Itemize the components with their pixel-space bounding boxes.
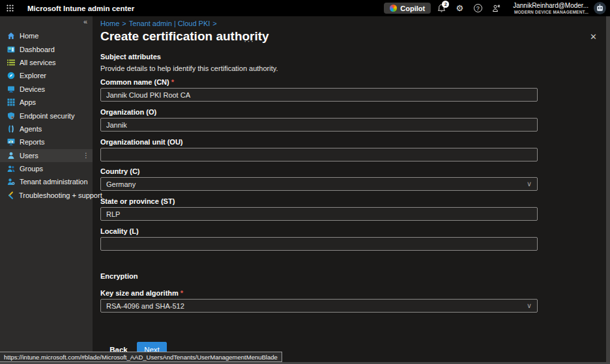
copilot-label: Copilot (400, 5, 425, 12)
breadcrumb-separator: > (212, 20, 216, 27)
required-marker: * (171, 78, 174, 86)
all-services-icon (7, 58, 15, 66)
help-button[interactable]: ? (470, 0, 486, 16)
chevron-down-icon: ∨ (527, 301, 532, 310)
account-name: JannikReinhard@Moder... (513, 2, 588, 10)
sidebar-item-label: Apps (20, 98, 36, 106)
feedback-button[interactable] (488, 0, 504, 16)
agents-icon (7, 124, 15, 133)
sidebar-item-label: Agents (20, 125, 42, 133)
sidebar-item-troubleshooting[interactable]: Troubleshooting + support (0, 189, 93, 202)
locality-label: Locality (L) (100, 227, 139, 235)
country-value: Germany (106, 180, 136, 188)
dashboard-icon (7, 45, 15, 53)
endpoint-security-icon (7, 111, 15, 120)
section-heading-encryption: Encryption (100, 272, 138, 280)
gear-icon: ⚙ (456, 4, 463, 12)
sidebar-item-label: Endpoint security (20, 112, 74, 120)
sidebar-item-label: Groups (20, 165, 43, 173)
tenant-administration-icon (7, 178, 15, 186)
organization-input[interactable] (100, 118, 538, 132)
copilot-button[interactable]: Copilot (384, 3, 431, 14)
org-unit-label: Organizational unit (OU) (100, 138, 183, 146)
groups-icon (7, 165, 15, 173)
common-name-input[interactable] (100, 88, 538, 102)
country-select[interactable]: Germany ∨ (100, 177, 538, 191)
sidebar-item-all-services[interactable]: All services (0, 56, 93, 69)
key-size-value: RSA-4096 and SHA-512 (106, 302, 184, 310)
sidebar-item-home[interactable]: Home (0, 29, 93, 42)
scrollbar-thumb[interactable] (606, 16, 610, 362)
close-icon[interactable]: ✕ (590, 32, 597, 42)
sidebar-item-tenant-administration[interactable]: Tenant administration (0, 175, 93, 188)
sidebar-item-label: Dashboard (20, 46, 55, 53)
notification-badge: 2 (442, 1, 449, 8)
locality-input[interactable] (100, 237, 538, 251)
users-icon (7, 151, 15, 160)
sidebar-item-label: Home (20, 32, 38, 40)
key-size-label: Key size and algorithm* (100, 289, 183, 297)
account-menu[interactable]: JannikReinhard@Moder... MODERN DEVICE MA… (513, 2, 588, 14)
main-content: Home>Tenant admin | Cloud PKI> Create ce… (93, 16, 610, 364)
sidebar-nav: HomeDashboardAll servicesExplorerDevices… (0, 29, 93, 202)
context-menu-icon[interactable]: ⋮ (83, 152, 89, 159)
feedback-icon (492, 4, 501, 12)
breadcrumb-home-link[interactable]: Home (100, 20, 119, 27)
sidebar: « HomeDashboardAll servicesExplorerDevic… (0, 16, 93, 364)
org-unit-input[interactable] (100, 148, 538, 161)
sidebar-item-label: All services (20, 59, 56, 66)
sidebar-item-apps[interactable]: Apps (0, 96, 93, 109)
chevron-down-icon: ∨ (527, 180, 532, 188)
sidebar-item-devices[interactable]: Devices (0, 83, 93, 96)
breadcrumb-cloudpki-link[interactable]: Tenant admin | Cloud PKI (129, 20, 211, 27)
collapse-sidebar-button[interactable]: « (83, 18, 87, 25)
devices-icon (7, 85, 15, 93)
more-options-button[interactable]: ··· (244, 36, 254, 46)
sidebar-item-label: Troubleshooting + support (19, 191, 102, 199)
avatar[interactable] (594, 2, 606, 14)
troubleshooting-icon (7, 191, 14, 199)
section-heading-subject-attributes: Subject attributes (100, 53, 161, 61)
organization-label: Organization (O) (100, 108, 156, 116)
notifications-button[interactable]: 2 (433, 0, 449, 16)
breadcrumb-separator: > (122, 20, 126, 27)
breadcrumb: Home>Tenant admin | Cloud PKI> (100, 20, 220, 27)
required-marker: * (181, 289, 183, 297)
state-label: State or province (ST) (100, 197, 175, 205)
account-tenant: MODERN DEVICE MANAGEMENT... (513, 10, 588, 14)
sidebar-item-groups[interactable]: Groups (0, 162, 93, 175)
status-url-tooltip: https://intune.microsoft.com/#blade/Micr… (0, 352, 282, 362)
sidebar-item-dashboard[interactable]: Dashboard (0, 42, 93, 55)
sidebar-item-label: Users (20, 152, 38, 160)
key-size-select[interactable]: RSA-4096 and SHA-512 ∨ (100, 299, 538, 313)
robot-avatar-icon (595, 3, 605, 13)
help-icon: ? (474, 4, 482, 12)
sidebar-item-reports[interactable]: Reports (0, 135, 93, 148)
state-input[interactable] (100, 207, 538, 221)
product-title: Microsoft Intune admin center (27, 5, 134, 12)
explorer-icon (7, 72, 15, 80)
copilot-icon (390, 5, 397, 12)
settings-button[interactable]: ⚙ (452, 0, 467, 16)
app-launcher-icon[interactable] (0, 0, 20, 16)
sidebar-item-explorer[interactable]: Explorer (0, 69, 93, 82)
top-bar: Microsoft Intune admin center Copilot 2 … (0, 0, 610, 16)
sidebar-item-endpoint-security[interactable]: Endpoint security (0, 109, 93, 122)
sidebar-item-label: Devices (20, 85, 45, 93)
sidebar-item-label: Explorer (20, 72, 46, 79)
home-icon (7, 32, 15, 40)
sidebar-item-label: Tenant administration (20, 178, 88, 186)
section-description: Provide details to help identify this ce… (100, 64, 278, 72)
reports-icon (7, 138, 15, 147)
apps-icon (7, 98, 15, 107)
sidebar-item-agents[interactable]: Agents (0, 122, 93, 135)
sidebar-item-label: Reports (20, 138, 45, 146)
common-name-label: Common name (CN)* (100, 78, 174, 86)
sidebar-item-users[interactable]: Users⋮ (0, 149, 93, 162)
country-label: Country (C) (100, 167, 140, 175)
vertical-scrollbar[interactable] (606, 16, 610, 362)
